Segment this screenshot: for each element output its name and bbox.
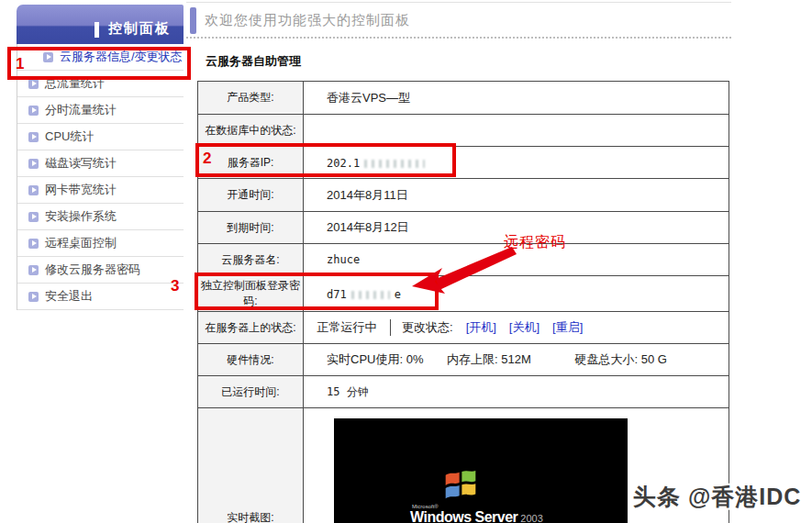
annotation-step3-number: 3: [171, 277, 179, 295]
annotation-step2-number: 2: [203, 150, 211, 168]
sidebar-item-label: 总流量统计: [45, 75, 105, 92]
sidebar: 控制面板 云服务器信息/变更状态 总流量统计 分时流量统计 CPU统计 磁盘读写…: [17, 5, 184, 310]
panel-password-label-line2: 码:: [243, 295, 257, 307]
ip-visible-part: 202.1: [327, 157, 360, 170]
server-console-screenshot[interactable]: Microsoft® Windows Server2003 Enterprise…: [334, 418, 628, 523]
sidebar-item-change-password[interactable]: 修改云服务器密码: [17, 257, 184, 284]
hardware-label: 硬件情况:: [198, 344, 304, 376]
sidebar-item-label: 云服务器信息/变更状态: [60, 49, 183, 65]
arrow-bullet-icon: [28, 292, 39, 302]
os-name-text: Windows Server: [410, 509, 517, 523]
table-row-server-ip: 服务器IP: 202.1: [198, 147, 729, 179]
power-on-link[interactable]: [开机]: [466, 319, 496, 336]
sidebar-item-label: CPU统计: [45, 128, 94, 145]
sidebar-item-label: 网卡带宽统计: [45, 182, 117, 198]
server-name-label: 云服务器名:: [198, 244, 304, 276]
header-dotted-divider: [186, 37, 731, 39]
power-off-link[interactable]: [关机]: [509, 319, 539, 336]
panel-password-label: 独立控制面板登录密码:: [198, 276, 304, 312]
arrow-bullet-icon: [28, 159, 39, 169]
arrow-bullet-icon: [28, 79, 39, 89]
header-accent-bar-icon: [95, 22, 99, 38]
table-row-hardware: 硬件情况: 实时CPU使用: 0% 内存上限: 512M 硬盘总大小: 50 G: [198, 344, 729, 376]
sidebar-item-install-os[interactable]: 安装操作系统: [17, 204, 184, 230]
table-row-db-status: 在数据库中的状态:: [198, 115, 729, 147]
sidebar-item-cpu-stats[interactable]: CPU统计: [17, 124, 184, 150]
disk-size-value: 硬盘总大小: 50 G: [574, 352, 666, 366]
sidebar-item-label: 安全退出: [45, 288, 93, 305]
table-row-panel-password: 独立控制面板登录密码: d71e: [198, 276, 729, 312]
db-status-value: [304, 115, 729, 147]
reboot-link[interactable]: [重启]: [552, 319, 583, 336]
windows-flag-icon: [445, 469, 476, 500]
arrow-bullet-icon: [28, 132, 39, 142]
main-top-border: [186, 2, 731, 3]
run-status-cell: 正常运行中 更改状态: [开机] [关机] [重启]: [304, 312, 729, 344]
arrow-bullet-icon: [28, 106, 39, 116]
sidebar-item-label: 修改云服务器密码: [45, 262, 140, 278]
password-redacted-part: [351, 291, 390, 299]
status-running-badge: 正常运行中: [304, 319, 391, 336]
sidebar-item-total-traffic[interactable]: 总流量统计: [17, 71, 184, 97]
os-year-text: 2003: [520, 513, 542, 523]
server-ip-value: 202.1: [304, 147, 729, 179]
table-row-product: 产品类型: 香港云VPS—型: [198, 82, 729, 115]
server-ip-label: 服务器IP:: [198, 147, 304, 179]
arrow-bullet-icon: [28, 265, 39, 275]
arrow-bullet-icon: [28, 239, 39, 249]
server-info-table: 产品类型: 香港云VPS—型 在数据库中的状态: 服务器IP: 202.1 开通…: [197, 81, 729, 523]
panel-password-label-line1: 独立控制面板登录密: [201, 279, 300, 292]
sidebar-header: 控制面板: [17, 5, 184, 44]
change-status-label: 更改状态:: [402, 319, 453, 336]
sidebar-item-disk-io-stats[interactable]: 磁盘读写统计: [17, 150, 184, 177]
welcome-title: 欢迎您使用功能强大的控制面板: [205, 12, 410, 29]
uptime-value: 15 分钟: [304, 376, 729, 408]
table-row-open-date: 开通时间: 2014年8月11日: [198, 179, 729, 212]
arrow-bullet-icon: [43, 52, 53, 62]
watermark-text: 头条 @香港IDC: [633, 482, 801, 512]
sidebar-item-hourly-traffic[interactable]: 分时流量统计: [17, 97, 184, 124]
ip-redacted-part: [364, 160, 425, 168]
sidebar-item-label: 安装操作系统: [45, 208, 117, 225]
hardware-value: 实时CPU使用: 0% 内存上限: 512M 硬盘总大小: 50 G: [304, 344, 729, 376]
annotation-step1-number: 1: [16, 55, 24, 73]
run-status-label: 在服务器上的状态:: [198, 312, 304, 344]
db-status-label: 在数据库中的状态:: [198, 115, 304, 147]
open-date-label: 开通时间:: [198, 179, 304, 212]
remote-password-note: 远程密码: [504, 233, 566, 252]
memory-limit-value: 内存上限: 512M: [447, 352, 531, 366]
sidebar-item-nic-bandwidth[interactable]: 网卡带宽统计: [17, 177, 184, 204]
table-row-expire-date: 到期时间: 2014年8月12日: [198, 212, 729, 244]
cpu-usage-value: 实时CPU使用: 0%: [327, 352, 423, 366]
table-row-run-status: 在服务器上的状态: 正常运行中 更改状态: [开机] [关机] [重启]: [198, 312, 729, 344]
uptime-label: 已运行时间:: [198, 376, 304, 408]
sidebar-item-label: 磁盘读写统计: [45, 155, 117, 172]
password-visible-suffix: e: [395, 288, 401, 301]
windows-server-2003-logo: Microsoft® Windows Server2003 Enterprise…: [410, 469, 557, 523]
sidebar-item-label: 分时流量统计: [45, 102, 117, 118]
arrow-bullet-icon: [28, 212, 39, 222]
section-title: 云服务器自助管理: [206, 53, 301, 70]
table-row-server-name: 云服务器名: zhuce: [198, 244, 729, 276]
product-type-value: 香港云VPS—型: [304, 82, 729, 115]
arrow-bullet-icon: [28, 185, 39, 195]
panel-password-value: d71e: [304, 276, 729, 312]
expire-date-label: 到期时间:: [198, 212, 304, 244]
sidebar-item-label: 远程桌面控制: [45, 235, 117, 251]
live-screenshot-label: 实时截图:: [198, 408, 304, 523]
open-date-value: 2014年8月11日: [304, 179, 729, 212]
product-type-label: 产品类型:: [198, 82, 304, 115]
sidebar-title: 控制面板: [108, 20, 171, 38]
sidebar-menu: 云服务器信息/变更状态 总流量统计 分时流量统计 CPU统计 磁盘读写统计 网卡…: [17, 44, 184, 310]
password-visible-prefix: d71: [327, 288, 347, 301]
welcome-accent-bar-icon: [190, 7, 196, 34]
sidebar-item-remote-desktop[interactable]: 远程桌面控制: [17, 230, 184, 257]
table-row-uptime: 已运行时间: 15 分钟: [198, 376, 729, 408]
sidebar-item-logout[interactable]: 安全退出: [17, 284, 184, 310]
sidebar-item-server-info[interactable]: 云服务器信息/变更状态: [17, 44, 184, 71]
